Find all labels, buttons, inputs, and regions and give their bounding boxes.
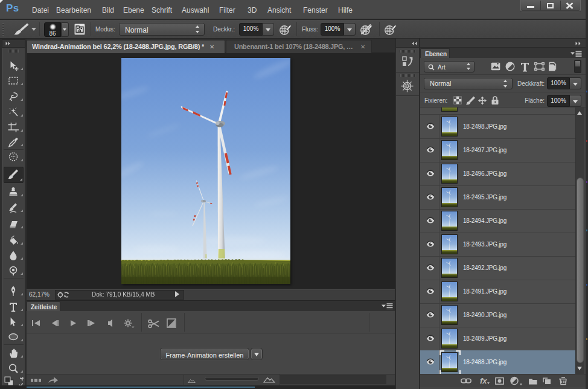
svg-text:fx: fx [480, 376, 487, 385]
